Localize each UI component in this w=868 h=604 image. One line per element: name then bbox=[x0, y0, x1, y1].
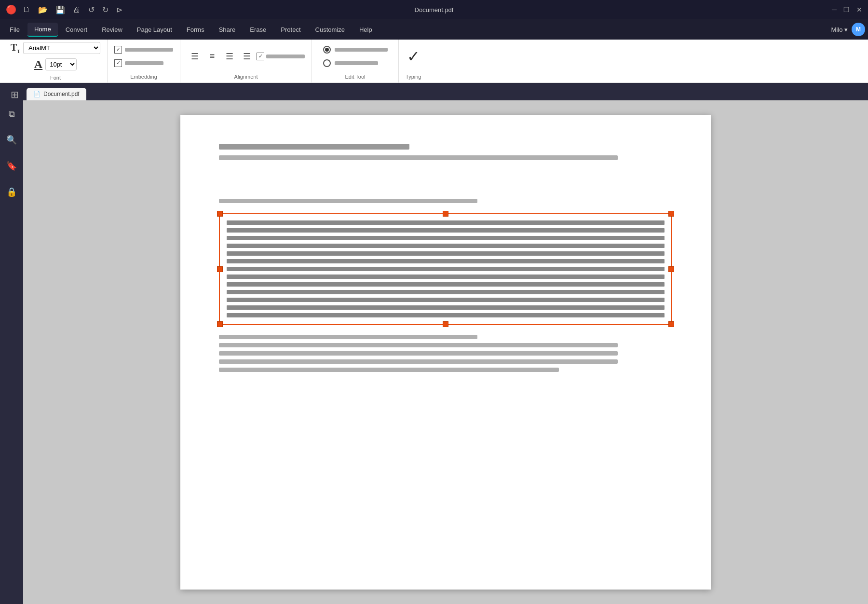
alignment-section-label: Alignment bbox=[234, 72, 258, 80]
tab-document-icon: 📄 bbox=[33, 91, 41, 97]
menu-erase[interactable]: Erase bbox=[243, 23, 273, 36]
menu-file[interactable]: File bbox=[3, 23, 27, 36]
sidebar-security-button[interactable]: 🔒 bbox=[3, 184, 20, 200]
selected-text-line-1 bbox=[227, 220, 665, 225]
handle-top-middle[interactable] bbox=[443, 211, 448, 217]
menu-convert[interactable]: Convert bbox=[59, 23, 95, 36]
edit-tool-line-2 bbox=[335, 61, 378, 65]
embedding-section-label: Embedding bbox=[130, 72, 157, 80]
embed-checkbox-2[interactable]: ✓ bbox=[114, 59, 122, 67]
title-bar-left: 🔴 🗋 📂 💾 🖨 ↺ ↻ ⊳ bbox=[6, 4, 124, 16]
embed-line-1 bbox=[125, 48, 173, 52]
alignment-section: ☰ ≡ ☰ ☰ ✓ Alignment bbox=[180, 40, 312, 82]
post-line-1 bbox=[219, 335, 477, 339]
edit-tool-row-1 bbox=[323, 46, 388, 54]
menu-forms[interactable]: Forms bbox=[180, 23, 211, 36]
selected-text-line-5 bbox=[227, 251, 665, 256]
list-checkbox[interactable]: ✓ bbox=[257, 53, 264, 60]
handle-middle-right[interactable] bbox=[668, 266, 674, 272]
pdf-page bbox=[180, 115, 711, 590]
menu-page-layout[interactable]: Page Layout bbox=[130, 23, 179, 36]
embed-checkbox-1[interactable]: ✓ bbox=[114, 46, 122, 54]
new-button[interactable]: 🗋 bbox=[21, 4, 32, 15]
menu-help[interactable]: Help bbox=[353, 23, 379, 36]
left-sidebar: ⧉ 🔍 🔖 🔒 bbox=[0, 100, 23, 604]
font-family-select[interactable]: ArialMT bbox=[23, 42, 100, 54]
post-line-5 bbox=[219, 368, 559, 372]
sidebar-pages-button[interactable]: ⧉ bbox=[6, 106, 18, 122]
embed-line-2 bbox=[125, 61, 163, 65]
menu-bar: File Home Convert Review Page Layout For… bbox=[0, 19, 868, 40]
tab-bar: ⊞ 📄 Document.pdf bbox=[0, 83, 868, 100]
main-area: ⧉ 🔍 🔖 🔒 bbox=[0, 100, 868, 604]
ribbon: TT ArialMT A 10pt Font ✓ ✓ Embedding bbox=[0, 40, 868, 83]
menu-home[interactable]: Home bbox=[27, 23, 58, 37]
typing-check-icon: ✓ bbox=[407, 47, 420, 66]
selected-text-line-12 bbox=[227, 305, 665, 310]
selected-text-line-6 bbox=[227, 259, 665, 263]
header-line-2 bbox=[219, 155, 618, 160]
handle-bottom-middle[interactable] bbox=[443, 321, 448, 327]
font-size-select[interactable]: 10pt bbox=[45, 58, 77, 70]
save-button[interactable]: 💾 bbox=[54, 4, 67, 16]
sidebar-search-button[interactable]: 🔍 bbox=[3, 132, 20, 148]
open-button[interactable]: 📂 bbox=[37, 4, 49, 16]
alignment-list-line bbox=[266, 55, 305, 58]
user-avatar[interactable]: M bbox=[852, 23, 865, 36]
selected-text-line-4 bbox=[227, 244, 665, 248]
embedding-section: ✓ ✓ Embedding bbox=[108, 40, 180, 82]
font-bottom-row: A 10pt bbox=[34, 58, 77, 71]
align-right-button[interactable]: ☰ bbox=[222, 49, 237, 64]
edit-tool-row-2 bbox=[323, 59, 388, 67]
handle-top-left[interactable] bbox=[217, 211, 223, 217]
align-justify-button[interactable]: ☰ bbox=[239, 49, 255, 64]
spacer-1 bbox=[219, 175, 672, 199]
header-line-1 bbox=[219, 144, 409, 150]
font-top-row: TT ArialMT bbox=[11, 42, 100, 54]
selected-text-line-3 bbox=[227, 236, 665, 240]
menu-review[interactable]: Review bbox=[95, 23, 129, 36]
edit-tool-radio-1[interactable] bbox=[323, 46, 331, 54]
tab-bar-left: ⊞ bbox=[4, 89, 26, 100]
edit-tool-radio-2[interactable] bbox=[323, 59, 331, 67]
font-section: TT ArialMT A 10pt Font bbox=[4, 40, 108, 82]
selected-text-line-7 bbox=[227, 267, 665, 271]
embed-row-1: ✓ bbox=[114, 46, 173, 54]
window-title: Document.pdf bbox=[415, 6, 454, 14]
post-line-4 bbox=[219, 359, 618, 364]
select-button[interactable]: ⊳ bbox=[115, 4, 124, 16]
embed-row-2: ✓ bbox=[114, 59, 173, 67]
undo-button[interactable]: ↺ bbox=[87, 4, 96, 16]
selected-text-line-13 bbox=[227, 313, 665, 317]
selected-text-line-8 bbox=[227, 275, 665, 279]
menu-customize[interactable]: Customize bbox=[309, 23, 352, 36]
pages-icon: ⊞ bbox=[11, 89, 19, 100]
document-tab[interactable]: 📄 Document.pdf bbox=[27, 88, 86, 100]
post-section bbox=[219, 335, 672, 372]
app-icon: 🔴 bbox=[6, 4, 16, 15]
selected-textbox[interactable] bbox=[219, 213, 672, 325]
handle-bottom-right[interactable] bbox=[668, 321, 674, 327]
sidebar-bookmark-button[interactable]: 🔖 bbox=[3, 158, 20, 174]
font-section-label: Font bbox=[50, 73, 61, 81]
tab-label: Document.pdf bbox=[43, 91, 80, 97]
minimize-button[interactable]: ─ bbox=[832, 6, 837, 14]
title-bar: 🔴 🗋 📂 💾 🖨 ↺ ↻ ⊳ Document.pdf ─ ❐ ✕ bbox=[0, 0, 868, 19]
menu-protect[interactable]: Protect bbox=[274, 23, 307, 36]
user-name[interactable]: Milo ▾ bbox=[831, 26, 848, 33]
handle-bottom-left[interactable] bbox=[217, 321, 223, 327]
selected-text-line-9 bbox=[227, 282, 665, 287]
handle-top-right[interactable] bbox=[668, 211, 674, 217]
print-button[interactable]: 🖨 bbox=[71, 4, 82, 15]
handle-middle-left[interactable] bbox=[217, 266, 223, 272]
redo-button[interactable]: ↻ bbox=[101, 4, 110, 16]
typing-section-label: Typing bbox=[406, 72, 421, 80]
edit-tool-section-label: Edit Tool bbox=[345, 72, 366, 80]
align-left-button[interactable]: ☰ bbox=[187, 49, 203, 64]
align-center-button[interactable]: ≡ bbox=[204, 49, 220, 64]
edit-tool-section: Edit Tool bbox=[312, 40, 399, 82]
close-button[interactable]: ✕ bbox=[856, 6, 862, 14]
pre-box-line bbox=[219, 199, 477, 203]
menu-share[interactable]: Share bbox=[212, 23, 243, 36]
restore-button[interactable]: ❐ bbox=[843, 6, 850, 14]
